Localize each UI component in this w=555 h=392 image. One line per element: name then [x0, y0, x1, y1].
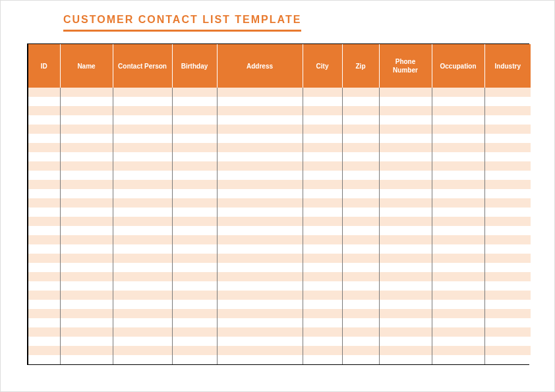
cell-industry[interactable]	[484, 171, 531, 180]
cell-contact_person[interactable]	[113, 263, 172, 272]
cell-industry[interactable]	[484, 97, 531, 106]
cell-occupation[interactable]	[432, 346, 484, 355]
cell-city[interactable]	[303, 152, 342, 161]
cell-id[interactable]	[28, 263, 60, 272]
cell-id[interactable]	[28, 189, 60, 198]
cell-id[interactable]	[28, 300, 60, 309]
cell-zip[interactable]	[342, 161, 379, 171]
cell-contact_person[interactable]	[113, 281, 172, 291]
cell-birthday[interactable]	[172, 115, 217, 125]
cell-city[interactable]	[303, 318, 342, 327]
cell-zip[interactable]	[342, 217, 379, 226]
cell-zip[interactable]	[342, 198, 379, 208]
cell-birthday[interactable]	[172, 106, 217, 115]
cell-birthday[interactable]	[172, 97, 217, 106]
cell-contact_person[interactable]	[113, 217, 172, 226]
cell-contact_person[interactable]	[113, 106, 172, 115]
cell-phone[interactable]	[379, 337, 432, 346]
cell-birthday[interactable]	[172, 189, 217, 198]
cell-phone[interactable]	[379, 291, 432, 300]
cell-contact_person[interactable]	[113, 208, 172, 217]
cell-birthday[interactable]	[172, 355, 217, 364]
cell-address[interactable]	[217, 309, 303, 318]
cell-phone[interactable]	[379, 152, 432, 161]
cell-occupation[interactable]	[432, 198, 484, 208]
cell-name[interactable]	[60, 97, 113, 106]
cell-address[interactable]	[217, 189, 303, 198]
cell-industry[interactable]	[484, 254, 531, 263]
cell-address[interactable]	[217, 152, 303, 161]
cell-occupation[interactable]	[432, 115, 484, 125]
cell-id[interactable]	[28, 355, 60, 364]
cell-name[interactable]	[60, 309, 113, 318]
cell-contact_person[interactable]	[113, 355, 172, 364]
cell-contact_person[interactable]	[113, 327, 172, 337]
cell-city[interactable]	[303, 309, 342, 318]
cell-city[interactable]	[303, 254, 342, 263]
cell-occupation[interactable]	[432, 263, 484, 272]
cell-city[interactable]	[303, 171, 342, 180]
cell-address[interactable]	[217, 161, 303, 171]
cell-industry[interactable]	[484, 244, 531, 254]
cell-address[interactable]	[217, 208, 303, 217]
cell-name[interactable]	[60, 134, 113, 143]
cell-contact_person[interactable]	[113, 198, 172, 208]
cell-industry[interactable]	[484, 281, 531, 291]
cell-birthday[interactable]	[172, 254, 217, 263]
cell-birthday[interactable]	[172, 226, 217, 235]
cell-contact_person[interactable]	[113, 152, 172, 161]
cell-zip[interactable]	[342, 171, 379, 180]
cell-zip[interactable]	[342, 244, 379, 254]
cell-city[interactable]	[303, 263, 342, 272]
cell-phone[interactable]	[379, 318, 432, 327]
cell-city[interactable]	[303, 235, 342, 244]
cell-birthday[interactable]	[172, 318, 217, 327]
cell-industry[interactable]	[484, 337, 531, 346]
cell-contact_person[interactable]	[113, 337, 172, 346]
cell-address[interactable]	[217, 327, 303, 337]
cell-birthday[interactable]	[172, 171, 217, 180]
cell-id[interactable]	[28, 152, 60, 161]
cell-name[interactable]	[60, 125, 113, 134]
cell-zip[interactable]	[342, 281, 379, 291]
cell-zip[interactable]	[342, 263, 379, 272]
cell-address[interactable]	[217, 125, 303, 134]
cell-id[interactable]	[28, 235, 60, 244]
cell-occupation[interactable]	[432, 235, 484, 244]
cell-name[interactable]	[60, 254, 113, 263]
cell-address[interactable]	[217, 254, 303, 263]
cell-id[interactable]	[28, 143, 60, 152]
cell-city[interactable]	[303, 300, 342, 309]
cell-zip[interactable]	[342, 318, 379, 327]
cell-birthday[interactable]	[172, 337, 217, 346]
cell-address[interactable]	[217, 355, 303, 364]
cell-industry[interactable]	[484, 346, 531, 355]
cell-industry[interactable]	[484, 115, 531, 125]
cell-contact_person[interactable]	[113, 226, 172, 235]
cell-birthday[interactable]	[172, 309, 217, 318]
cell-industry[interactable]	[484, 300, 531, 309]
cell-industry[interactable]	[484, 180, 531, 189]
cell-industry[interactable]	[484, 217, 531, 226]
cell-address[interactable]	[217, 235, 303, 244]
cell-id[interactable]	[28, 346, 60, 355]
cell-occupation[interactable]	[432, 254, 484, 263]
cell-birthday[interactable]	[172, 272, 217, 281]
cell-industry[interactable]	[484, 88, 531, 97]
cell-city[interactable]	[303, 327, 342, 337]
cell-industry[interactable]	[484, 125, 531, 134]
cell-occupation[interactable]	[432, 97, 484, 106]
cell-zip[interactable]	[342, 309, 379, 318]
cell-city[interactable]	[303, 226, 342, 235]
cell-industry[interactable]	[484, 161, 531, 171]
cell-city[interactable]	[303, 161, 342, 171]
cell-id[interactable]	[28, 291, 60, 300]
cell-occupation[interactable]	[432, 300, 484, 309]
cell-occupation[interactable]	[432, 291, 484, 300]
cell-contact_person[interactable]	[113, 300, 172, 309]
cell-city[interactable]	[303, 281, 342, 291]
cell-industry[interactable]	[484, 143, 531, 152]
cell-name[interactable]	[60, 355, 113, 364]
cell-name[interactable]	[60, 263, 113, 272]
cell-city[interactable]	[303, 355, 342, 364]
